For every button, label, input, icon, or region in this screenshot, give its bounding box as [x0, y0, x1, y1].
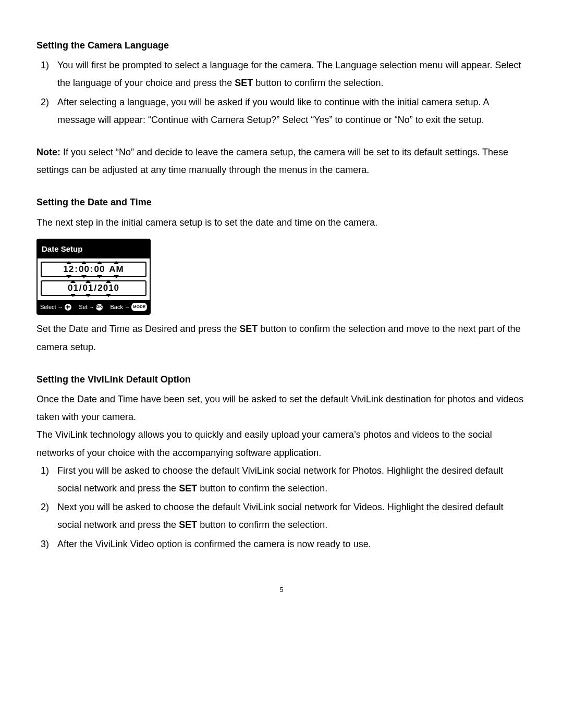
footer-select: Select→ [40, 302, 71, 313]
year-spinner[interactable]: 2010 [97, 283, 120, 293]
language-steps-list: You will first be prompted to select a l… [36, 56, 527, 129]
footer-select-label: Select [40, 302, 56, 313]
body-text: Set the Date and Time as Desired and pre… [36, 324, 239, 334]
after-panel-text: Set the Date and Time as Desired and pre… [36, 320, 527, 355]
intro-text: The next step in the initial camera setu… [36, 214, 527, 231]
hour-spinner[interactable]: 12 [63, 265, 75, 275]
second-spinner[interactable]: 00 [94, 265, 106, 275]
month-spinner[interactable]: 01 [82, 283, 94, 293]
heading-date-time: Setting the Date and Time [36, 193, 527, 211]
day-spinner[interactable]: 01 [67, 283, 79, 293]
list-item: Next you will be asked to choose the def… [54, 498, 527, 534]
vivilink-p2: The ViviLink technology allows you to qu… [36, 426, 527, 461]
arrow-right-icon: → [125, 302, 130, 312]
list-item: First you will be asked to choose the de… [54, 462, 527, 497]
date-setup-footer: Select→ Set→OK Back→MODE [38, 300, 150, 314]
date-field[interactable]: 01/01/2010 [41, 280, 146, 296]
heading-camera-language: Setting the Camera Language [36, 36, 527, 54]
note-paragraph: Note: If you select “No” and decide to l… [36, 143, 527, 179]
list-item: After selecting a language, you will be … [54, 93, 527, 129]
note-text: If you select “No” and decide to leave t… [36, 147, 508, 175]
minute-spinner[interactable]: 00 [78, 265, 90, 275]
footer-set-label: Set [79, 302, 88, 313]
body-text: button to confirm the selection. [197, 520, 327, 530]
mode-icon: MODE [131, 303, 147, 311]
set-button-label: SET [235, 78, 253, 88]
note-label: Note: [36, 147, 60, 157]
footer-back: Back→MODE [111, 302, 147, 313]
vivilink-p1: Once the Date and Time have been set, yo… [36, 390, 527, 426]
ok-icon: OK [96, 304, 103, 311]
vivilink-steps-list: First you will be asked to choose the de… [36, 462, 527, 553]
body-text: button to confirm the selection. [253, 78, 383, 88]
footer-set: Set→OK [79, 302, 103, 313]
date-setup-body: 12:00:00 AM 01/01/2010 [38, 258, 150, 300]
list-item: After the ViviLink Video option is confi… [54, 535, 527, 553]
ampm-spinner[interactable]: AM [108, 265, 124, 275]
set-button-label: SET [239, 324, 258, 334]
set-button-label: SET [179, 483, 197, 493]
page-number: 5 [36, 584, 527, 596]
body-text: button to confirm the selection. [197, 483, 327, 493]
section-date-time: Setting the Date and Time The next step … [36, 193, 527, 356]
date-setup-panel: Date Setup 12:00:00 AM 01/01/2010 Select… [36, 239, 151, 315]
dpad-icon [65, 304, 71, 311]
date-setup-title: Date Setup [38, 240, 150, 259]
set-button-label: SET [179, 520, 197, 530]
heading-vivilink: Setting the ViviLink Default Option [36, 371, 527, 388]
section-camera-language: Setting the Camera Language You will fir… [36, 36, 527, 179]
list-item: You will first be prompted to select a l… [54, 56, 527, 92]
time-field[interactable]: 12:00:00 AM [41, 262, 146, 277]
section-vivilink: Setting the ViviLink Default Option Once… [36, 371, 527, 553]
arrow-right-icon: → [89, 302, 94, 312]
arrow-right-icon: → [58, 302, 63, 312]
footer-back-label: Back [111, 302, 123, 313]
